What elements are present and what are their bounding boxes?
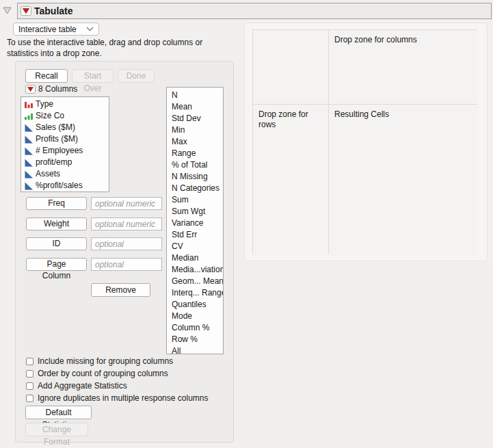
columns-count-label: 8 Columns — [38, 84, 77, 94]
column-name: Type — [36, 98, 53, 110]
corner-cell[interactable] — [253, 30, 328, 104]
checkbox-include-missing[interactable]: Include missing for grouping columns — [26, 356, 173, 366]
freq-button[interactable]: Freq — [26, 197, 87, 210]
nominal-bars-icon — [24, 100, 34, 109]
columns-listbox[interactable]: TypeSize CoSales ($M)Profits ($M)# Emplo… — [21, 96, 109, 192]
disclosure-triangle-icon[interactable] — [2, 5, 12, 16]
statistic-list-item[interactable]: Sum Wgt — [167, 206, 223, 218]
drop-zone-table: Drop zone for columns Drop zone for rows… — [252, 29, 477, 254]
column-name: %profit/sales — [36, 180, 83, 192]
outline-header: Tabulate — [17, 3, 492, 19]
statistic-list-item[interactable]: Median — [167, 252, 223, 264]
checkbox-label: Order by count of grouping columns — [38, 369, 168, 378]
continuous-triangle-icon — [24, 170, 34, 179]
change-format-button[interactable]: Change Format — [25, 423, 88, 436]
columns-group-header: 8 Columns — [23, 84, 77, 94]
statistic-list-item[interactable]: Min — [167, 124, 223, 136]
statistic-list-item[interactable]: All — [167, 345, 223, 354]
red-triangle-menu-icon[interactable] — [21, 6, 31, 16]
column-list-item[interactable]: Profits ($M) — [21, 133, 109, 145]
checkbox-label: Add Aggregate Statistics — [38, 381, 127, 391]
statistic-list-item[interactable]: CV — [167, 241, 223, 252]
recall-button[interactable]: Recall — [25, 69, 68, 83]
table-mode-value: Interactive table — [18, 25, 86, 34]
column-name: # Employees — [36, 145, 83, 157]
checkbox-label: Include missing for grouping columns — [38, 356, 173, 366]
page-column-button[interactable]: Page Column — [26, 258, 87, 271]
column-list-item[interactable]: Type — [21, 98, 109, 110]
table-preview-panel: Drop zone for columns Drop zone for rows… — [244, 23, 488, 261]
id-button[interactable]: ID — [26, 237, 87, 250]
columns-red-triangle-menu-icon[interactable] — [25, 85, 36, 94]
weight-input[interactable] — [91, 218, 162, 230]
statistic-list-item[interactable]: Quantiles — [167, 299, 223, 311]
table-mode-select[interactable]: Interactive table — [13, 23, 99, 36]
column-list-item[interactable]: profit/emp — [21, 157, 109, 168]
checkbox-icon[interactable] — [26, 358, 34, 365]
continuous-triangle-icon — [24, 158, 34, 168]
page-title: Tabulate — [34, 5, 73, 16]
continuous-triangle-icon — [24, 146, 34, 156]
chevron-down-icon — [86, 27, 94, 31]
statistic-list-item[interactable]: N — [167, 90, 223, 101]
default-statistics-button[interactable]: Default Statistics — [25, 406, 92, 419]
statistic-list-item[interactable]: Variance — [167, 218, 223, 229]
statistic-list-item[interactable]: N Categories — [167, 183, 223, 194]
checkbox-icon[interactable] — [26, 395, 34, 402]
checkbox-icon[interactable] — [26, 382, 34, 390]
weight-button[interactable]: Weight — [26, 218, 87, 230]
drop-zone-rows[interactable]: Drop zone for rows — [253, 105, 328, 256]
statistic-list-item[interactable]: Media...viation — [167, 264, 223, 276]
column-name: Sales ($M) — [36, 122, 75, 133]
statistic-list-item[interactable]: % of Total — [167, 159, 223, 171]
ordinal-bars-icon — [24, 111, 34, 121]
tabulate-window: Tabulate Interactive table To use the in… — [0, 0, 493, 448]
continuous-triangle-icon — [24, 123, 34, 133]
page-column-input[interactable] — [91, 258, 162, 271]
freq-input[interactable] — [91, 197, 162, 210]
statistics-listbox[interactable]: NMeanStd DevMinMaxRange% of TotalN Missi… — [166, 87, 224, 354]
column-list-item[interactable]: # Employees — [21, 145, 109, 157]
column-name: profit/emp — [36, 157, 72, 168]
column-list-item[interactable]: Assets — [21, 168, 109, 180]
statistic-list-item[interactable]: Interq... Range — [167, 287, 223, 299]
remove-button[interactable]: Remove — [91, 283, 150, 297]
continuous-triangle-icon — [24, 181, 34, 191]
drop-zone-columns[interactable]: Drop zone for columns — [329, 30, 479, 104]
resulting-cells[interactable]: Resulting Cells — [329, 105, 479, 256]
checkbox-label: Ignore duplicates in multiple response c… — [38, 393, 208, 403]
checkbox-add-aggregate[interactable]: Add Aggregate Statistics — [26, 381, 127, 391]
statistic-list-item[interactable]: Max — [167, 136, 223, 148]
column-list-item[interactable]: Size Co — [21, 110, 109, 122]
checkbox-ignore-duplicates[interactable]: Ignore duplicates in multiple response c… — [26, 393, 208, 403]
statistic-list-item[interactable]: Std Dev — [167, 113, 223, 124]
statistic-list-item[interactable]: Mode — [167, 311, 223, 322]
column-name: Profits ($M) — [36, 133, 78, 145]
continuous-triangle-icon — [24, 135, 34, 144]
start-over-button[interactable]: Start Over — [72, 69, 114, 83]
checkbox-order-by-count[interactable]: Order by count of grouping columns — [26, 369, 168, 378]
done-button[interactable]: Done — [118, 69, 155, 83]
column-list-item[interactable]: Sales ($M) — [21, 122, 109, 133]
statistic-list-item[interactable]: Sum — [167, 194, 223, 206]
instructions-text: To use the interactive table, drag and d… — [7, 37, 227, 59]
statistic-list-item[interactable]: Mean — [167, 101, 223, 113]
statistic-list-item[interactable]: Row % — [167, 334, 223, 345]
statistic-list-item[interactable]: Std Err — [167, 229, 223, 241]
statistic-list-item[interactable]: N Missing — [167, 171, 223, 183]
statistic-list-item[interactable]: Range — [167, 148, 223, 159]
column-list-item[interactable]: %profit/sales — [21, 180, 109, 192]
id-input[interactable] — [91, 237, 162, 250]
column-name: Assets — [36, 168, 60, 180]
statistic-list-item[interactable]: Geom... Mean — [167, 276, 223, 287]
statistic-list-item[interactable]: Column % — [167, 322, 223, 334]
column-name: Size Co — [36, 110, 64, 122]
checkbox-icon[interactable] — [26, 370, 34, 378]
